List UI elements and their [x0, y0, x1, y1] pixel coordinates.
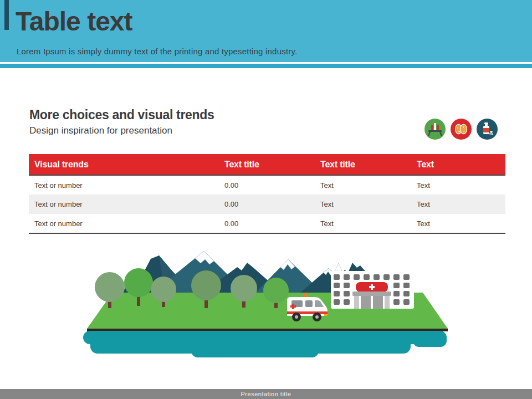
water-base: [83, 331, 447, 357]
slide-subtitle: Lorem Ipsum is simply dummy text of the …: [17, 47, 297, 56]
cell: Text: [411, 195, 505, 214]
cell: Text: [315, 214, 411, 233]
col-header-text: Text: [411, 154, 505, 175]
landscape-illustration: [0, 238, 532, 371]
section-heading: More choices and visual trends: [29, 108, 214, 122]
cell: 0.00: [219, 214, 315, 233]
cell: Text or number: [29, 195, 219, 214]
col-header-text-title-2: Text title: [315, 154, 411, 175]
table-row: Text or number 0.00 Text Text: [29, 195, 505, 214]
slide-header: Table text Lorem Ipsum is simply dummy t…: [0, 0, 532, 62]
cell: Text: [411, 214, 505, 233]
section-subheading: Design inspiration for presentation: [29, 125, 172, 136]
table-header-row: Visual trends Text title Text title Text: [29, 154, 505, 175]
cell: Text or number: [29, 175, 219, 195]
slide-footer: Presentation title: [0, 389, 532, 399]
col-header-visual-trends: Visual trends: [29, 154, 219, 175]
table-row: Text or number 0.00 Text Text: [29, 175, 505, 195]
cell: 0.00: [219, 195, 315, 214]
col-header-text-title-1: Text title: [219, 154, 315, 175]
medicine-bottle-icon: [477, 119, 498, 140]
table-container: Visual trends Text title Text title Text…: [29, 154, 505, 234]
cell: Text: [315, 175, 411, 195]
cell: Text or number: [29, 214, 219, 233]
lab-test-tubes-icon: [424, 119, 446, 140]
cell: Text: [315, 195, 411, 214]
footer-label: Presentation title: [241, 391, 291, 397]
cell: 0.00: [219, 175, 315, 195]
brain-icon: [451, 119, 472, 140]
data-table: Visual trends Text title Text title Text…: [29, 154, 505, 234]
header-stripe: [0, 64, 532, 68]
table-row: Text or number 0.00 Text Text: [29, 214, 505, 233]
presentation-slide: Table text Lorem Ipsum is simply dummy t…: [0, 0, 532, 399]
header-accent-bar: [4, 0, 9, 30]
cell: Text: [411, 175, 505, 195]
hospital-icon: [331, 271, 414, 309]
slide-title: Table text: [16, 8, 132, 35]
icon-row: [424, 119, 498, 140]
